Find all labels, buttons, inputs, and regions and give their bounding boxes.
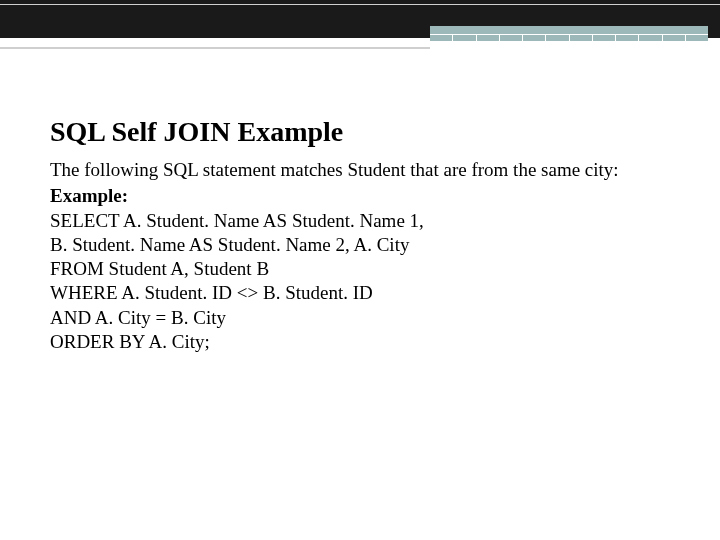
header-underline <box>0 47 430 49</box>
slide-content: SQL Self JOIN Example The following SQL … <box>0 38 720 354</box>
code-line-2: B. Student. Name AS Student. Name 2, A. … <box>50 233 670 257</box>
intro-text: The following SQL statement matches Stud… <box>50 158 670 182</box>
example-label: Example: <box>50 184 670 208</box>
code-line-4: WHERE A. Student. ID <> B. Student. ID <box>50 281 670 305</box>
code-line-1: SELECT A. Student. Name AS Student. Name… <box>50 209 670 233</box>
header-thin-line <box>0 4 720 5</box>
code-line-6: ORDER BY A. City; <box>50 330 670 354</box>
slide-title: SQL Self JOIN Example <box>50 116 670 148</box>
header-accent-block <box>430 26 708 48</box>
code-line-3: FROM Student A, Student B <box>50 257 670 281</box>
code-line-5: AND A. City = B. City <box>50 306 670 330</box>
